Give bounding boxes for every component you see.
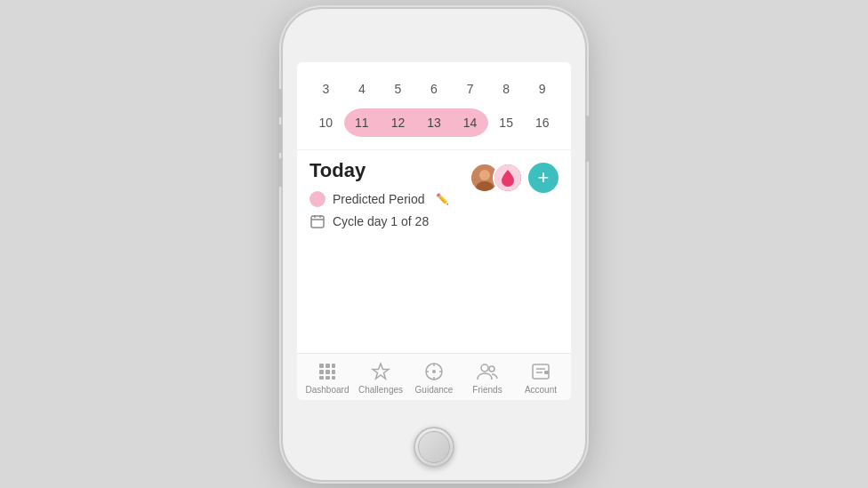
add-button[interactable]: + (528, 163, 559, 193)
nav-item-guidance[interactable]: Guidance (412, 361, 456, 395)
account-icon (531, 361, 551, 382)
svg-rect-13 (332, 370, 335, 374)
phone-body: 3 4 5 6 7 8 9 10 11 12 13 14 15 16 (283, 9, 585, 480)
home-button-inner (418, 431, 450, 463)
cal-day-8: 8 (488, 75, 525, 103)
svg-rect-12 (326, 370, 330, 374)
calendar-section: 3 4 5 6 7 8 9 10 11 12 13 14 15 16 (297, 62, 571, 149)
action-area: + (470, 163, 559, 193)
svg-point-24 (489, 366, 494, 372)
guidance-icon (424, 361, 444, 382)
svg-rect-9 (326, 364, 330, 368)
svg-rect-16 (332, 376, 335, 380)
cal-day-15: 15 (488, 108, 525, 137)
home-button[interactable] (414, 427, 454, 468)
predicted-period-text: Predicted Period (333, 192, 425, 206)
predicted-period-dot (309, 191, 326, 207)
cal-day-16: 16 (524, 108, 560, 137)
cal-day-5: 5 (380, 75, 416, 103)
friends-label: Friends (472, 385, 502, 395)
cycle-day-text: Cycle day 1 of 28 (333, 214, 429, 228)
bottom-nav: Dashboard Challenges (297, 353, 571, 400)
svg-rect-15 (326, 376, 330, 380)
phone-device: 3 4 5 6 7 8 9 10 11 12 13 14 15 16 (283, 9, 585, 480)
calendar-row-1: 3 4 5 6 7 8 9 (308, 75, 560, 103)
svg-rect-28 (544, 371, 549, 374)
avatar-2[interactable] (493, 163, 523, 193)
challenges-icon (371, 361, 390, 382)
svg-rect-10 (332, 364, 335, 368)
nav-item-dashboard[interactable]: Dashboard (305, 361, 350, 395)
svg-rect-8 (319, 364, 324, 368)
cal-day-14[interactable]: 14 (452, 108, 488, 137)
svg-rect-0 (311, 216, 324, 228)
friends-icon (477, 361, 498, 382)
svg-point-18 (432, 370, 436, 373)
calendar-row-2: 10 11 12 13 14 15 16 (308, 108, 560, 137)
cal-day-10: 10 (308, 108, 344, 137)
cal-day-4: 4 (344, 75, 381, 103)
nav-item-challenges[interactable]: Challenges (358, 361, 403, 395)
add-button-symbol: + (538, 168, 550, 188)
avatar-group (470, 163, 523, 193)
svg-point-5 (479, 170, 490, 180)
app-screen: 3 4 5 6 7 8 9 10 11 12 13 14 15 16 (297, 62, 571, 400)
dashboard-icon (317, 361, 337, 382)
info-section: Today Predicted Period ✏️ (297, 149, 571, 353)
nav-item-friends[interactable]: Friends (465, 361, 510, 395)
nav-item-account[interactable]: Account (518, 361, 563, 395)
cal-day-6: 6 (416, 75, 453, 103)
svg-point-23 (481, 364, 488, 372)
cal-day-13[interactable]: 13 (416, 108, 453, 137)
cal-day-3: 3 (308, 75, 344, 103)
dashboard-label: Dashboard (306, 385, 350, 395)
cycle-day-row: Cycle day 1 of 28 (309, 213, 559, 229)
predicted-period-row: Predicted Period ✏️ (309, 191, 559, 207)
cal-day-7: 7 (452, 75, 488, 103)
account-label: Account (525, 385, 557, 395)
svg-rect-11 (319, 370, 324, 374)
edit-icon[interactable]: ✏️ (436, 193, 449, 205)
guidance-label: Guidance (415, 385, 454, 395)
calendar-small-icon (309, 213, 326, 229)
cal-day-12[interactable]: 12 (380, 108, 416, 137)
challenges-label: Challenges (358, 385, 403, 395)
cal-day-11[interactable]: 11 (344, 108, 381, 137)
svg-rect-14 (319, 376, 324, 380)
cal-day-9: 9 (524, 75, 560, 103)
